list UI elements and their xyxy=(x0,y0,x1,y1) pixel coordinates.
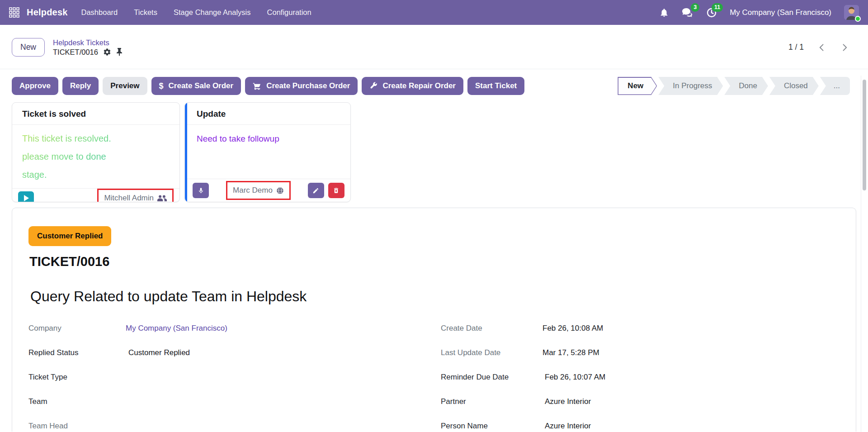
menu-dashboard[interactable]: Dashboard xyxy=(81,8,118,17)
field-partner: Partner Azure Interior xyxy=(441,396,856,407)
note-author[interactable]: Marc Demo xyxy=(233,186,273,195)
field-label: Replied Status xyxy=(28,347,126,358)
stage-in-progress[interactable]: In Progress xyxy=(658,77,723,95)
pager-counter: 1 / 1 xyxy=(788,43,804,52)
note-body-line: This ticket is resolved. xyxy=(22,129,170,147)
field-label: Create Date xyxy=(441,323,542,334)
note-body-line: stage. xyxy=(22,166,170,184)
fields-right-column: Create Date Feb 26, 10:08 AM Last Update… xyxy=(441,323,856,432)
note-card-ticket-solved: Ticket is solved This ticket is resolved… xyxy=(12,102,180,202)
pencil-icon xyxy=(312,187,319,194)
apps-grid-icon[interactable] xyxy=(7,6,21,19)
author-annotation-box: Marc Demo xyxy=(226,181,291,200)
stage-closed[interactable]: Closed xyxy=(769,77,819,95)
play-button[interactable] xyxy=(18,191,34,203)
pager-previous-icon[interactable] xyxy=(817,43,826,52)
field-label: Partner xyxy=(441,396,542,407)
activities-clock-icon[interactable]: 11 xyxy=(706,7,717,18)
ticket-form-sheet: Customer Replied TICKET/0016 Query Relat… xyxy=(12,208,856,432)
play-icon xyxy=(24,195,29,201)
stage-new[interactable]: New xyxy=(618,77,657,95)
stage-pipeline: New In Progress Done Closed ... xyxy=(618,77,850,95)
delete-button[interactable] xyxy=(328,183,344,198)
app-title[interactable]: Helpdesk xyxy=(27,7,68,18)
create-purchase-order-button[interactable]: Create Purchase Order xyxy=(245,77,358,95)
microphone-button[interactable] xyxy=(193,183,209,198)
navbar-systray: 3 11 My Company (San Francisco) xyxy=(659,5,859,20)
menu-stage-change-analysis[interactable]: Stage Change Analysis xyxy=(174,8,251,17)
field-grid: Company My Company (San Francisco) Repli… xyxy=(28,323,856,432)
note-body[interactable]: Need to take followup xyxy=(185,125,350,179)
wrench-icon xyxy=(369,82,377,90)
notifications-bell-icon[interactable] xyxy=(659,8,669,18)
trash-icon xyxy=(333,187,340,194)
reply-button[interactable]: Reply xyxy=(62,77,99,95)
top-navbar: Helpdesk Dashboard Tickets Stage Change … xyxy=(0,0,868,25)
main-menu: Dashboard Tickets Stage Change Analysis … xyxy=(81,8,311,17)
note-body[interactable]: This ticket is resolved. please move to … xyxy=(12,125,179,188)
new-button[interactable]: New xyxy=(12,38,45,57)
note-title: Ticket is solved xyxy=(12,103,179,125)
users-group-icon xyxy=(157,195,167,202)
create-repair-order-label: Create Repair Order xyxy=(382,81,456,90)
pager: 1 / 1 xyxy=(788,43,849,52)
menu-configuration[interactable]: Configuration xyxy=(267,8,311,17)
pager-next-icon[interactable] xyxy=(840,43,849,52)
gear-icon[interactable] xyxy=(103,48,111,56)
field-value: Mar 17, 5:28 PM xyxy=(542,347,599,358)
create-purchase-order-label: Create Purchase Order xyxy=(266,81,350,90)
field-label: Ticket Type xyxy=(28,372,126,383)
create-sale-order-button[interactable]: $ Create Sale Order xyxy=(151,77,241,95)
create-sale-order-label: Create Sale Order xyxy=(169,81,234,90)
note-body-line: please move to done xyxy=(22,147,170,166)
pin-icon[interactable] xyxy=(116,48,123,56)
scrollbar-thumb[interactable] xyxy=(863,80,866,190)
note-card-update: Update Need to take followup Marc Demo xyxy=(184,102,351,202)
approve-button[interactable]: Approve xyxy=(12,77,58,95)
control-panel: New Helpdesk Tickets TICKET/0016 1 / 1 xyxy=(0,25,868,69)
field-value-company-link[interactable]: My Company (San Francisco) xyxy=(126,323,227,334)
field-value[interactable]: Azure Interior xyxy=(542,396,591,407)
create-repair-order-button[interactable]: Create Repair Order xyxy=(362,77,463,95)
field-value[interactable]: Feb 26, 10:07 AM xyxy=(542,372,605,383)
user-avatar[interactable] xyxy=(844,5,859,20)
notes-row: Ticket is solved This ticket is resolved… xyxy=(0,102,868,202)
note-author[interactable]: Mitchell Admin xyxy=(104,194,154,202)
breadcrumb: Helpdesk Tickets TICKET/0016 xyxy=(53,38,123,57)
field-company: Company My Company (San Francisco) xyxy=(28,323,441,334)
field-label: Team xyxy=(28,396,126,407)
menu-tickets[interactable]: Tickets xyxy=(134,8,157,17)
dollar-icon: $ xyxy=(159,81,164,91)
field-replied-status: Replied Status Customer Replied xyxy=(28,347,441,358)
stage-more[interactable]: ... xyxy=(820,77,850,95)
stage-done[interactable]: Done xyxy=(724,77,768,95)
breadcrumb-parent-link[interactable]: Helpdesk Tickets xyxy=(53,38,123,47)
company-switcher[interactable]: My Company (San Francisco) xyxy=(730,8,831,17)
breadcrumb-current: TICKET/0016 xyxy=(53,48,98,57)
globe-icon xyxy=(276,187,284,195)
status-badge: Customer Replied xyxy=(28,226,111,246)
field-value: Feb 26, 10:08 AM xyxy=(542,323,603,334)
author-annotation-box: Mitchell Admin xyxy=(97,189,174,202)
field-reminder-due-date: Reminder Due Date Feb 26, 10:07 AM xyxy=(441,372,856,383)
microphone-icon xyxy=(198,186,204,195)
cart-icon xyxy=(253,82,261,90)
action-bar: Approve Reply Preview $ Create Sale Orde… xyxy=(0,69,868,101)
field-value[interactable]: Azure Interior xyxy=(542,421,591,432)
field-last-update-date: Last Update Date Mar 17, 5:28 PM xyxy=(441,347,856,358)
edit-button[interactable] xyxy=(308,183,324,198)
field-label: Company xyxy=(28,323,126,334)
field-ticket-type: Ticket Type xyxy=(28,372,441,383)
start-ticket-button[interactable]: Start Ticket xyxy=(467,77,524,95)
field-label: Reminder Due Date xyxy=(441,372,542,383)
ticket-title[interactable]: Query Related to update Team in Helpdesk xyxy=(30,288,856,305)
field-label: Person Name xyxy=(441,421,542,432)
field-create-date: Create Date Feb 26, 10:08 AM xyxy=(441,323,856,334)
messages-icon[interactable]: 3 xyxy=(682,7,693,18)
note-title: Update xyxy=(185,103,350,125)
activities-badge: 11 xyxy=(712,3,723,12)
preview-button[interactable]: Preview xyxy=(103,77,147,95)
fields-left-column: Company My Company (San Francisco) Repli… xyxy=(28,323,441,432)
messages-badge: 3 xyxy=(691,3,699,12)
online-status-dot xyxy=(855,16,861,22)
